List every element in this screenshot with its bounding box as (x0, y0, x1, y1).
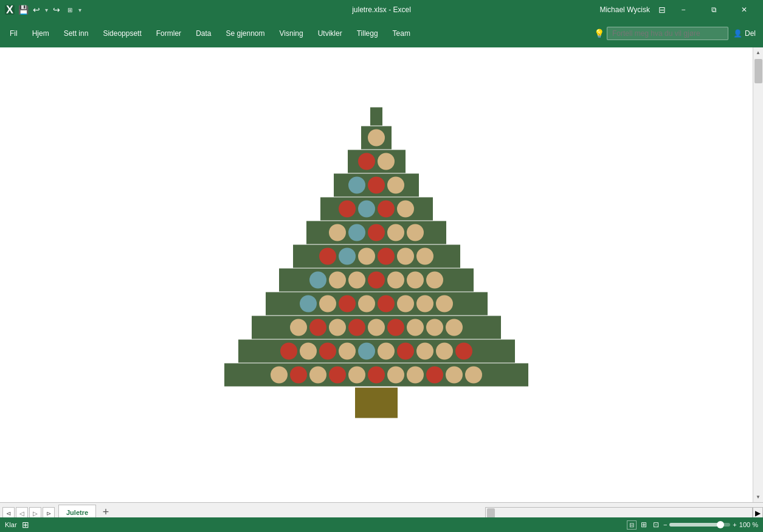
ornament (397, 343, 414, 360)
menu-formler[interactable]: Formler (149, 19, 188, 47)
user-menu[interactable]: 👤 Del (728, 29, 761, 38)
user-icon: 👤 (733, 29, 742, 38)
undo-dropdown[interactable]: ▾ (45, 7, 48, 13)
ornament (378, 343, 395, 360)
menu-bar: Fil Hjem Sett inn Sideoppsett Formler Da… (0, 19, 763, 47)
tree-row-9 (252, 316, 501, 339)
ribbon-toggle-icon[interactable]: ⊟ (657, 5, 667, 15)
menu-visning[interactable]: Visning (272, 19, 311, 47)
scroll-track[interactable] (753, 58, 764, 492)
tree-row-11 (224, 364, 528, 387)
normal-view-icon[interactable]: ⊟ (627, 520, 637, 530)
close-button[interactable]: ✕ (730, 0, 758, 19)
scroll-thumb[interactable] (754, 59, 762, 83)
menu-sett-inn[interactable]: Sett inn (57, 19, 96, 47)
qat-expand[interactable]: ▾ (78, 7, 81, 13)
ornament (348, 177, 365, 194)
ornament (426, 272, 443, 289)
menu-team[interactable]: Team (385, 19, 418, 47)
tree-row-6 (293, 245, 460, 268)
title-bar-left: X 💾 ↩ ▾ ↪ ⊞ ▾ (5, 5, 81, 15)
ornament (309, 367, 326, 384)
zoom-handle[interactable] (717, 521, 724, 528)
search-area: 💡 (594, 27, 728, 40)
ornament (416, 248, 433, 265)
scroll-up-arrow[interactable]: ▲ (753, 47, 764, 58)
ornament (319, 343, 336, 360)
ornament (348, 367, 365, 384)
scroll-down-arrow[interactable]: ▼ (753, 492, 764, 502)
tree-row-8 (266, 292, 488, 316)
menu-fil[interactable]: Fil (2, 19, 25, 47)
ornament (407, 224, 424, 241)
qat-dropdown[interactable]: ⊞ (65, 5, 75, 15)
save-icon[interactable]: 💾 (18, 5, 28, 15)
menu-hjem[interactable]: Hjem (25, 19, 57, 47)
ornament (319, 248, 336, 265)
menu-tillegg[interactable]: Tillegg (350, 19, 385, 47)
ornament (387, 177, 404, 194)
username: Michael Wycisk (599, 5, 650, 14)
tree-row-10 (238, 340, 515, 363)
menu-se-gjennom[interactable]: Se gjennom (218, 19, 272, 47)
page-layout-icon[interactable]: ⊞ (639, 520, 649, 530)
ornament (436, 295, 453, 313)
tree-trunk (355, 388, 398, 418)
search-input[interactable] (607, 27, 728, 40)
ornament (387, 224, 404, 241)
zoom-level: 100 % (739, 521, 758, 528)
ornament (455, 343, 472, 360)
ornament (378, 153, 395, 170)
menu-data[interactable]: Data (188, 19, 218, 47)
ornament (339, 295, 356, 313)
vertical-scrollbar[interactable]: ▲ ▼ (753, 47, 763, 502)
ornament (397, 295, 414, 313)
page-break-icon[interactable]: ⊡ (651, 520, 661, 530)
ornament (358, 248, 375, 265)
accessibility-icon: ⊞ (22, 520, 29, 530)
ornament (368, 224, 385, 241)
undo-icon[interactable]: ↩ (32, 5, 41, 15)
ornament (407, 367, 424, 384)
christmas-tree (224, 108, 528, 418)
ornament (339, 343, 356, 360)
status-text: Klar (5, 521, 17, 528)
ornament (368, 130, 385, 147)
title-bar: X 💾 ↩ ▾ ↪ ⊞ ▾ juletre.xlsx - Excel Micha… (0, 0, 763, 19)
ornament (465, 367, 482, 384)
tree-row-5 (306, 221, 446, 244)
ornament (368, 367, 385, 384)
h-scroll-thumb[interactable] (487, 508, 495, 518)
ornament (290, 319, 307, 336)
zoom-in-icon[interactable]: + (733, 521, 736, 528)
ornament (358, 201, 375, 218)
ornament (416, 343, 433, 360)
restore-button[interactable]: ⧉ (700, 0, 728, 19)
ornament (397, 201, 414, 218)
main-area: ▲ ▼ (0, 47, 763, 502)
ornament (378, 295, 395, 313)
tree-row-1 (361, 126, 392, 150)
search-lightbulb-icon: 💡 (594, 29, 604, 38)
ornament (436, 343, 453, 360)
redo-icon[interactable]: ↪ (52, 5, 61, 15)
zoom-fill (669, 523, 721, 527)
menu-sideoppsett[interactable]: Sideoppsett (95, 19, 148, 47)
zoom-out-icon[interactable]: − (663, 521, 667, 528)
minimize-button[interactable]: − (669, 0, 697, 19)
ornament (339, 248, 356, 265)
ornament (348, 224, 365, 241)
ornament (387, 367, 404, 384)
ornament (387, 272, 404, 289)
ornament (271, 367, 288, 384)
menu-utvikler[interactable]: Utvikler (311, 19, 350, 47)
tree-top (370, 108, 382, 126)
ornament (309, 272, 326, 289)
ornament (358, 153, 375, 170)
zoom-slider[interactable] (669, 523, 730, 527)
spreadsheet-area (0, 47, 753, 502)
ornament (368, 177, 385, 194)
tree-row-3 (334, 174, 419, 197)
status-bar: Klar ⊞ ⊟ ⊞ ⊡ − + 100 % (0, 517, 763, 532)
tree-row-7 (279, 269, 474, 292)
